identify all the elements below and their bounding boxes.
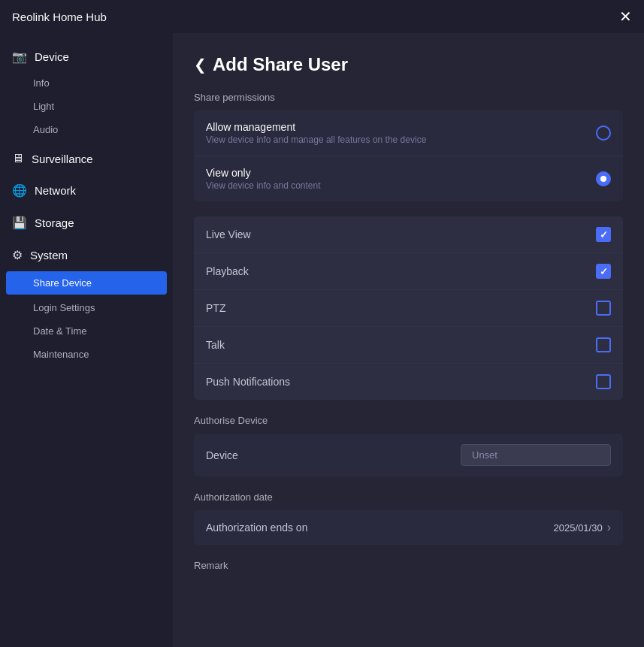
back-button[interactable]: ❮ (194, 56, 207, 74)
sidebar: 📷 Device Info Light Audio 🖥 Surveillance (0, 33, 173, 647)
ptz-label: PTZ (206, 302, 225, 314)
permissions-panel: Allow management View device info and ma… (194, 110, 623, 201)
sidebar-item-surveillance[interactable]: 🖥 Surveillance (0, 144, 173, 173)
system-icon: ⚙ (12, 248, 23, 262)
authorization-date-label: Authorization date (194, 491, 623, 503)
sidebar-item-system[interactable]: ⚙ System (0, 240, 173, 270)
sidebar-item-login-settings[interactable]: Login Settings (0, 296, 173, 319)
sidebar-section-label-device: Device (35, 50, 69, 63)
app-title: Reolink Home Hub (12, 11, 107, 23)
storage-icon: 💾 (12, 216, 27, 230)
page-header: ❮ Add Share User (194, 54, 623, 75)
device-row-label: Device (206, 449, 238, 461)
sidebar-section-label-surveillance: Surveillance (32, 153, 93, 165)
feature-talk: Talk (194, 327, 623, 364)
share-permissions-label: Share permissions (194, 92, 623, 103)
authorization-date-panel: Authorization ends on 2025/01/30 › (194, 510, 623, 545)
remark-label: Remark (194, 560, 623, 571)
permission-view-only: View only View device info and content (194, 156, 623, 201)
sidebar-item-info[interactable]: Info (0, 71, 173, 95)
sidebar-item-network[interactable]: 🌐 Network (0, 176, 173, 205)
playback-label: Playback (206, 265, 249, 277)
sidebar-item-light[interactable]: Light (0, 95, 173, 118)
view-only-title: View only (206, 167, 321, 179)
sidebar-section-label-system: System (30, 249, 68, 262)
date-chevron-icon: › (607, 521, 611, 534)
features-panel: Live View Playback PTZ Talk Push Notific… (194, 216, 623, 400)
close-button[interactable]: ✕ (619, 9, 632, 24)
talk-label: Talk (206, 339, 225, 351)
device-row: Device Unset (194, 434, 623, 476)
sidebar-section-surveillance: 🖥 Surveillance (0, 144, 173, 173)
sidebar-section-label-storage: Storage (35, 216, 74, 229)
push-notifications-checkbox[interactable] (596, 374, 611, 389)
view-only-desc: View device info and content (206, 180, 321, 191)
authorization-ends-label: Authorization ends on (206, 522, 307, 534)
sidebar-item-maintenance[interactable]: Maintenance (0, 343, 173, 366)
content-area: ❮ Add Share User Share permissions Allow… (173, 33, 644, 647)
feature-ptz: PTZ (194, 290, 623, 327)
live-view-checkbox[interactable] (596, 227, 611, 242)
allow-management-title: Allow management (206, 121, 426, 133)
authorization-date-value[interactable]: 2025/01/30 › (554, 521, 611, 534)
live-view-label: Live View (206, 228, 251, 240)
push-notifications-label: Push Notifications (206, 376, 290, 388)
sidebar-item-share-device[interactable]: Share Device (6, 271, 167, 295)
feature-live-view: Live View (194, 216, 623, 253)
sidebar-section-device: 📷 Device Info Light Audio (0, 42, 173, 141)
allow-management-radio[interactable] (596, 125, 611, 141)
sidebar-item-date-time[interactable]: Date & Time (0, 319, 173, 343)
ptz-checkbox[interactable] (596, 301, 611, 316)
sidebar-section-storage: 💾 Storage (0, 208, 173, 237)
surveillance-icon: 🖥 (12, 152, 24, 165)
authorise-device-label: Authorise Device (194, 415, 623, 426)
authorization-date-text: 2025/01/30 (554, 522, 603, 534)
talk-checkbox[interactable] (596, 337, 611, 352)
authorization-ends-row: Authorization ends on 2025/01/30 › (194, 510, 623, 545)
sidebar-section-network: 🌐 Network (0, 176, 173, 205)
playback-checkbox[interactable] (596, 264, 611, 279)
allow-management-desc: View device info and manage all features… (206, 135, 426, 145)
feature-push-notifications: Push Notifications (194, 364, 623, 400)
feature-playback: Playback (194, 253, 623, 290)
sidebar-item-storage[interactable]: 💾 Storage (0, 208, 173, 237)
device-row-value[interactable]: Unset (461, 444, 611, 466)
main-layout: 📷 Device Info Light Audio 🖥 Surveillance (0, 33, 644, 647)
page-title: Add Share User (213, 54, 348, 75)
sidebar-item-device[interactable]: 📷 Device (0, 42, 173, 71)
title-bar: Reolink Home Hub ✕ (0, 0, 644, 33)
authorise-device-panel: Device Unset (194, 434, 623, 476)
permission-allow-management: Allow management View device info and ma… (194, 110, 623, 156)
view-only-radio[interactable] (596, 171, 611, 186)
sidebar-section-system: ⚙ System Share Device Login Settings Dat… (0, 240, 173, 366)
device-icon: 📷 (12, 50, 27, 64)
sidebar-item-audio[interactable]: Audio (0, 118, 173, 141)
sidebar-section-label-network: Network (35, 184, 76, 197)
network-icon: 🌐 (12, 183, 27, 198)
